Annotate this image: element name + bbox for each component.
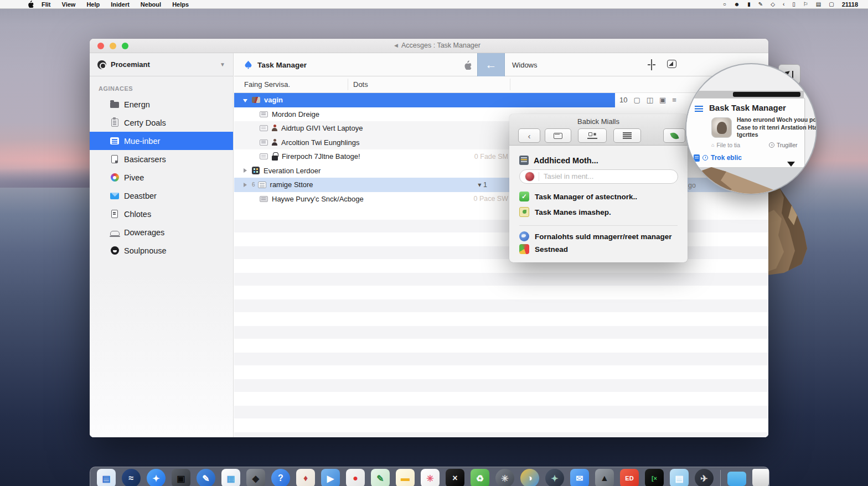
sidebar-item-mue-inber[interactable]: Mue-inber xyxy=(90,132,233,150)
popup-body: Addhiced Moth... Tasiel in ment... ✓Task… xyxy=(509,146,688,262)
split-view-icon[interactable] xyxy=(648,59,655,70)
person-dark-icon xyxy=(272,139,277,146)
dark-tri-icon[interactable]: ▲ xyxy=(595,469,614,486)
menu-helps[interactable]: Helps xyxy=(167,1,194,8)
gear-icon[interactable]: ✳ xyxy=(495,469,514,486)
column-header[interactable]: Faing Servisa. Dots xyxy=(234,76,768,93)
sidebar-item-pivee[interactable]: Pivee xyxy=(90,168,233,187)
nav-label: Widows xyxy=(512,53,538,76)
popup-header[interactable]: Babick Mialls ‹ xyxy=(509,114,688,146)
flag-icon[interactable]: ⚐ xyxy=(803,2,808,7)
location-icon[interactable]: ◇ xyxy=(771,2,775,7)
pingpong-icon[interactable]: ● xyxy=(346,469,365,486)
siri-icon[interactable]: ≈ xyxy=(122,469,141,486)
docs-icon[interactable]: ▤ xyxy=(670,469,689,486)
list-menu-icon[interactable]: ≡ xyxy=(672,96,676,104)
popup-item[interactable]: Fornalohts suld mnagerr/reet manager xyxy=(519,231,672,241)
source-selector[interactable]: Procemiant ▼ xyxy=(90,53,234,76)
task-row[interactable]: Firerpoch 7Jltne Batoge!0 Fade SM xyxy=(234,149,768,164)
safari-icon[interactable]: ✦ xyxy=(147,469,166,486)
pen-app-icon[interactable]: ✎ xyxy=(197,469,215,486)
row-actions[interactable]: 10▢◫▣≡ xyxy=(619,93,676,107)
lock-icon xyxy=(272,153,278,161)
menu-flit[interactable]: Flit xyxy=(36,1,56,8)
folder-icon[interactable] xyxy=(727,472,746,486)
cards-icon[interactable]: ♦ xyxy=(296,469,315,486)
menu-view[interactable]: View xyxy=(56,1,81,8)
column-dots[interactable]: Dots xyxy=(353,80,368,89)
disclosure-closed-icon[interactable] xyxy=(244,168,247,173)
minimize-button[interactable] xyxy=(110,43,116,49)
menu-help[interactable]: Help xyxy=(81,1,105,8)
help-icon[interactable]: ? xyxy=(271,469,290,486)
bottle-icon[interactable]: ◆ xyxy=(246,469,265,486)
sidebar-item-certy-doals[interactable]: Certy Doals xyxy=(90,113,233,132)
sidebar-item-dowerages[interactable]: Dowerages xyxy=(90,223,233,241)
sidebar-item-soulpnouse[interactable]: Soulpnouse xyxy=(90,241,233,260)
back-button[interactable]: ← xyxy=(477,53,505,76)
popup-leaf-button[interactable] xyxy=(663,128,685,143)
search-field[interactable]: Tasiel in ment... xyxy=(519,169,678,184)
user-icon[interactable]: ☻ xyxy=(734,2,740,7)
check-icon: ✓ xyxy=(519,192,529,201)
x-app-icon[interactable]: × xyxy=(446,469,464,486)
mail-app-icon[interactable]: ✉ xyxy=(570,469,589,486)
browser-icon[interactable]: ◑ xyxy=(520,469,539,486)
battery-icon[interactable]: ▢ xyxy=(829,2,834,7)
task-row[interactable]: vagin 10▢◫▣≡ xyxy=(234,93,768,107)
sidebar-item-basicarsers[interactable]: Basicarsers xyxy=(90,150,233,168)
close-button[interactable] xyxy=(97,43,104,49)
page-icon[interactable]: ▢ xyxy=(633,96,640,104)
window-titlebar[interactable]: ◀Accesges : Task Manager xyxy=(90,39,768,53)
trash-icon[interactable] xyxy=(752,469,769,486)
disclosure-closed-icon[interactable] xyxy=(244,183,247,187)
feather-icon[interactable]: ✦ xyxy=(545,469,564,486)
display-icon[interactable]: ▤ xyxy=(816,2,821,7)
copy-icon[interactable]: ◫ xyxy=(647,96,653,104)
terminal-icon[interactable]: [× xyxy=(645,469,664,486)
phone-icon[interactable]: ▯ xyxy=(792,2,795,7)
popup-view-button-1[interactable] xyxy=(545,128,571,143)
popup-view-button-3[interactable] xyxy=(613,128,641,143)
magnifier-circle: Bask Task Manager Hano erurond Woch youu… xyxy=(685,63,817,195)
zoom-button[interactable] xyxy=(122,43,128,49)
apple-menu-icon[interactable] xyxy=(28,1,34,8)
recycle-icon[interactable]: ♻ xyxy=(471,469,489,486)
ball-icon xyxy=(110,246,120,255)
popup-view-button-2[interactable] xyxy=(578,128,607,143)
disclosure-open-icon[interactable] xyxy=(243,99,247,102)
bird-icon[interactable]: ▶ xyxy=(321,469,340,486)
compass-icon[interactable]: ✈ xyxy=(695,469,714,486)
control-icon[interactable]: ‹ xyxy=(783,2,784,7)
finder-icon[interactable]: ▤ xyxy=(97,469,116,486)
popup-item[interactable]: Sestnead xyxy=(519,244,568,254)
task-row[interactable]: Haywe Purvy'c Snck/Acboge0 Pace SW xyxy=(234,192,768,206)
doc-icon xyxy=(694,154,700,162)
empty-rows xyxy=(234,206,768,437)
menu-inidert[interactable]: Inidert xyxy=(105,1,135,8)
red-ed-icon[interactable]: ED xyxy=(620,469,639,486)
sidebar-item-energn[interactable]: Energn xyxy=(90,95,233,113)
popup-back-button[interactable]: ‹ xyxy=(518,128,540,143)
sidebar-item-deastber[interactable]: Deastber xyxy=(90,187,233,205)
apple-gray-icon[interactable] xyxy=(464,60,472,72)
mail-icon xyxy=(110,193,120,199)
preview-icon[interactable]: ▣ xyxy=(172,469,190,486)
clock-icon xyxy=(769,142,774,148)
column-name[interactable]: Faing Servisa. xyxy=(244,80,290,89)
tools-icon[interactable]: ✎ xyxy=(371,469,390,486)
popup-item[interactable]: Task Manes imashep. xyxy=(519,207,611,217)
popup-item[interactable]: ✓Task Manager of astectnork.. xyxy=(519,192,637,201)
hotspot-icon[interactable]: ○ xyxy=(723,2,726,7)
export-icon[interactable] xyxy=(667,60,676,68)
tray-icon[interactable]: ▣ xyxy=(659,96,666,104)
search-icon[interactable]: ✎ xyxy=(758,2,763,7)
book-icon[interactable]: ▮ xyxy=(747,2,751,7)
media-grid-icon[interactable]: ▦ xyxy=(221,469,240,486)
menu-neboul[interactable]: Neboul xyxy=(135,1,167,8)
row-detail: 0 Fade SM xyxy=(474,153,508,161)
photos-icon[interactable]: ✳ xyxy=(421,469,440,486)
sidebar-item-chlotes[interactable]: Chlotes xyxy=(90,205,233,223)
task-row[interactable]: Everation Lerdoer xyxy=(234,164,768,178)
notes-icon[interactable]: ▬ xyxy=(396,469,415,486)
